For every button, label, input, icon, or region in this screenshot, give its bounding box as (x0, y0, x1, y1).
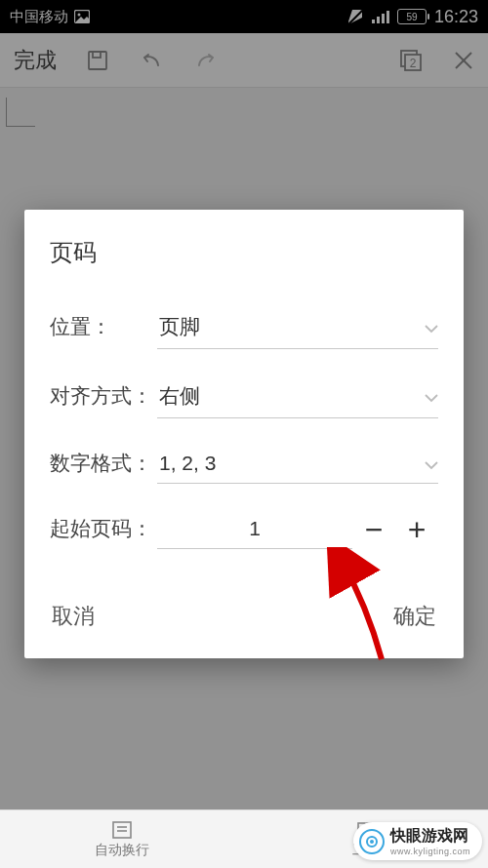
nav-wrap-label: 自动换行 (95, 842, 149, 859)
dialog-title: 页码 (50, 237, 438, 268)
watermark: 快眼游戏网 www.kyligting.com (353, 822, 482, 860)
format-value: 1, 2, 3 (159, 452, 216, 475)
nav-item-wrap[interactable]: 自动换行 (0, 810, 244, 868)
watermark-text: 快眼游戏网 (390, 827, 468, 844)
wrap-icon (111, 820, 133, 840)
modal-overlay[interactable]: 页码 位置： 页脚 对齐方式： 右侧 (0, 0, 488, 868)
position-select[interactable]: 页脚 (157, 307, 438, 349)
align-select[interactable]: 右侧 (157, 376, 438, 418)
align-label: 对齐方式： (50, 382, 157, 410)
page-number-dialog: 页码 位置： 页脚 对齐方式： 右侧 (24, 210, 464, 658)
increment-button[interactable]: + (395, 512, 438, 548)
svg-rect-13 (113, 822, 131, 838)
cancel-button[interactable]: 取消 (50, 598, 97, 635)
format-select[interactable]: 1, 2, 3 (157, 446, 438, 484)
align-value: 右侧 (159, 382, 200, 410)
position-label: 位置： (50, 313, 157, 340)
watermark-url: www.kyligting.com (390, 847, 470, 856)
chevron-down-icon (425, 315, 438, 338)
watermark-logo (359, 829, 385, 854)
position-value: 页脚 (159, 313, 200, 340)
start-page-value[interactable]: 1 (157, 511, 352, 549)
format-label: 数字格式： (50, 450, 157, 477)
chevron-down-icon (425, 384, 438, 408)
svg-point-21 (370, 840, 374, 844)
chevron-down-icon (425, 452, 438, 475)
start-label: 起始页码： (50, 515, 157, 542)
confirm-button[interactable]: 确定 (391, 598, 438, 635)
decrement-button[interactable]: − (352, 512, 395, 548)
